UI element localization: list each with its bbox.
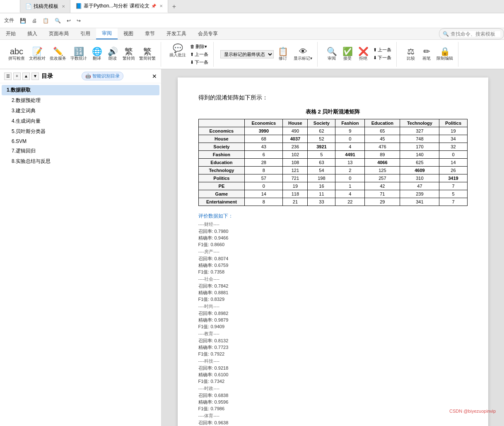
metrics-category-4: ----教育----召回率: 0.8132精确率: 0.7723F1值: 0.7… <box>198 331 468 357</box>
metric-5-1: 精确率: 0.6100 <box>198 372 468 378</box>
sidebar-down-btn[interactable]: ▼ <box>31 73 39 80</box>
cell-6-6: 3419 <box>439 174 467 182</box>
correct-button[interactable]: ✏️ 批改服务 <box>48 46 68 62</box>
cell-2-4: 476 <box>365 143 400 151</box>
sidebar-up-btn[interactable]: ▲ <box>22 73 30 80</box>
trad-simp-button[interactable]: 繁 繁转简 <box>121 46 137 62</box>
template1-icon: 📄 <box>25 3 32 10</box>
delete-comment-button[interactable]: 🗑 删除▾ <box>188 43 210 50</box>
cell-3-2: 5 <box>308 151 335 159</box>
reject-button[interactable]: ❌ 拒绝 <box>356 46 371 62</box>
markup-status-select[interactable]: 显示标记的最终状态 <box>220 50 274 58</box>
metrics-category-1: ----房产----召回率: 0.8074精确率: 0.6759F1值: 0.7… <box>198 249 468 275</box>
ribbon-tab-insert[interactable]: 插入 <box>22 28 43 39</box>
save2-button[interactable]: 🖨 <box>29 17 39 24</box>
show-markup-button[interactable]: 👁 显示标记▾ <box>292 46 314 62</box>
ribbon-search-input[interactable] <box>451 31 500 37</box>
row-label-2: Society <box>198 143 245 151</box>
doc-check-button[interactable]: 📝 文档校对 <box>27 46 47 62</box>
tab2-pin-icon: 📌 <box>151 4 156 8</box>
accept-button[interactable]: ✅ 接受 <box>340 46 355 62</box>
row-label-6: Politics <box>198 174 245 182</box>
redo-button[interactable]: ↪ <box>74 17 83 24</box>
metric-0-2: F1值: 0.8660 <box>198 242 468 248</box>
sidebar-collapse-btn[interactable]: + <box>13 73 21 80</box>
cell-7-6: 7 <box>439 182 467 190</box>
toc-item-2[interactable]: 3.建立词典 <box>2 106 159 116</box>
toc-item-4[interactable]: 5.贝叶斯分类器 <box>2 126 159 137</box>
ribbon-tab-chapter[interactable]: 章节 <box>139 28 161 39</box>
cell-4-4: 4066 <box>365 159 400 167</box>
file-menu-button[interactable]: 文件 <box>2 16 17 25</box>
prev-comment-button[interactable]: ⬆ 上一条 <box>188 51 210 58</box>
smart-toc-button[interactable]: 🤖 智能识别目录 <box>82 72 123 80</box>
cell-5-1: 121 <box>283 167 308 174</box>
category-label-4: ----教育---- <box>198 331 468 337</box>
cell-6-4: 257 <box>365 174 400 182</box>
wordcount-button[interactable]: 🔢 字数统计 <box>69 46 89 62</box>
metric-2-2: F1值: 0.8329 <box>198 296 468 303</box>
next-comment-icon: ⬇ <box>190 60 194 65</box>
search-toolbar-button[interactable]: 🔍 <box>52 17 63 24</box>
toc-item-5[interactable]: 6.SVM <box>2 137 159 146</box>
ribbon-tab-dev[interactable]: 开发工具 <box>161 28 192 39</box>
toc-item-7[interactable]: 8.实验总结与反思 <box>2 156 159 167</box>
ribbon-tab-vip[interactable]: 会员专享 <box>192 28 224 39</box>
cell-3-0: 6 <box>245 151 283 159</box>
save3-button[interactable]: 📋 <box>40 17 51 24</box>
toc-item-1[interactable]: 2.数据预处理 <box>2 95 159 106</box>
tab-home[interactable]: 首页 <box>0 0 20 13</box>
metric-4-0: 召回率: 0.8132 <box>198 338 468 344</box>
document-area[interactable]: 得到的混淆矩阵如下所示： 表格 2 贝叶斯混淆矩阵 Economics Hous… <box>162 69 504 426</box>
prev-change-button[interactable]: ⬆ 上一条 <box>371 46 393 53</box>
category-label-0: ----财经---- <box>198 221 468 228</box>
next-change-button[interactable]: ⬇ 下一条 <box>371 54 393 61</box>
spell-check-button[interactable]: abc 拼写检查 <box>7 46 27 62</box>
tab1-close-icon[interactable]: ✕ <box>62 4 65 9</box>
accept-icon: ✅ <box>342 47 353 56</box>
ribbon-content: abc 拼写检查 📝 文档校对 ✏️ 批改服务 🔢 字数统计 🌐 翻译 <box>0 40 504 69</box>
tab-template1[interactable]: 📄 找稿壳模板 ✕ <box>20 0 70 13</box>
add-tab-button[interactable]: + <box>168 3 180 10</box>
next-comment-button[interactable]: ⬇ 下一条 <box>188 59 210 66</box>
tab-template2[interactable]: 📘 基于Python...与分析 课程论文 📌 ✕ <box>70 0 168 13</box>
ribbon: 开始 插入 页面布局 引用 审阅 视图 章节 开发工具 会员专享 🔍 abc 拼… <box>0 28 504 69</box>
cell-2-0: 43 <box>245 143 283 151</box>
markup-track-button[interactable]: 📋 修订 <box>275 46 290 62</box>
cell-6-2: 198 <box>308 174 335 182</box>
comment-icon: 💬 <box>173 44 183 52</box>
cell-7-5: 47 <box>400 182 439 190</box>
ribbon-tab-reference[interactable]: 引用 <box>75 28 96 39</box>
undo-button[interactable]: ↩ <box>64 17 73 24</box>
sidebar-expand-btn[interactable]: ☰ <box>4 73 12 80</box>
cell-4-0: 28 <box>245 159 283 167</box>
simp-trad-button[interactable]: 繁 繁简转繁 <box>137 46 157 62</box>
sidebar-close-button[interactable]: ✕ <box>152 73 157 80</box>
smart-icon: 🤖 <box>85 73 91 79</box>
save-button[interactable]: 💾 <box>17 17 29 24</box>
read-button[interactable]: 🔊 朗读 <box>105 46 120 62</box>
draw-button[interactable]: ✏ 画笔 <box>419 46 434 62</box>
ribbon-tab-view[interactable]: 视图 <box>118 28 139 39</box>
cell-7-0: 0 <box>245 182 283 190</box>
toc-item-3[interactable]: 4.生成词向量 <box>2 116 159 126</box>
header-fashion: Fashion <box>335 119 365 127</box>
translate-button[interactable]: 🌐 翻译 <box>89 46 104 62</box>
table-row-2: Society432363921447617032 <box>198 143 467 151</box>
tab2-close-icon[interactable]: ✕ <box>159 4 163 8</box>
cell-3-6: 0 <box>439 151 467 159</box>
table-row-3: Fashion610254491891400 <box>198 151 467 159</box>
table-row-7: PE01916142477 <box>198 182 467 190</box>
category-label-5: ----科技---- <box>198 358 468 364</box>
review-btn[interactable]: 🔍 审阅 <box>324 46 339 62</box>
ribbon-tab-review[interactable]: 审阅 <box>96 28 118 39</box>
ribbon-tab-home[interactable]: 开始 <box>0 28 22 39</box>
toc-item-6[interactable]: 7.逻辑回归 <box>2 146 159 156</box>
ribbon-tab-layout[interactable]: 页面布局 <box>43 28 75 39</box>
insert-comment-button[interactable]: 💬 插入批注 <box>168 43 188 66</box>
restrict-button[interactable]: 🔒 限制编辑 <box>435 46 455 62</box>
compare-button[interactable]: ⚖ 比较 <box>403 46 418 62</box>
metric-5-0: 召回率: 0.9218 <box>198 365 468 371</box>
header-politics: Politics <box>439 119 467 127</box>
toc-item-0[interactable]: 1.数据获取 <box>2 85 159 95</box>
